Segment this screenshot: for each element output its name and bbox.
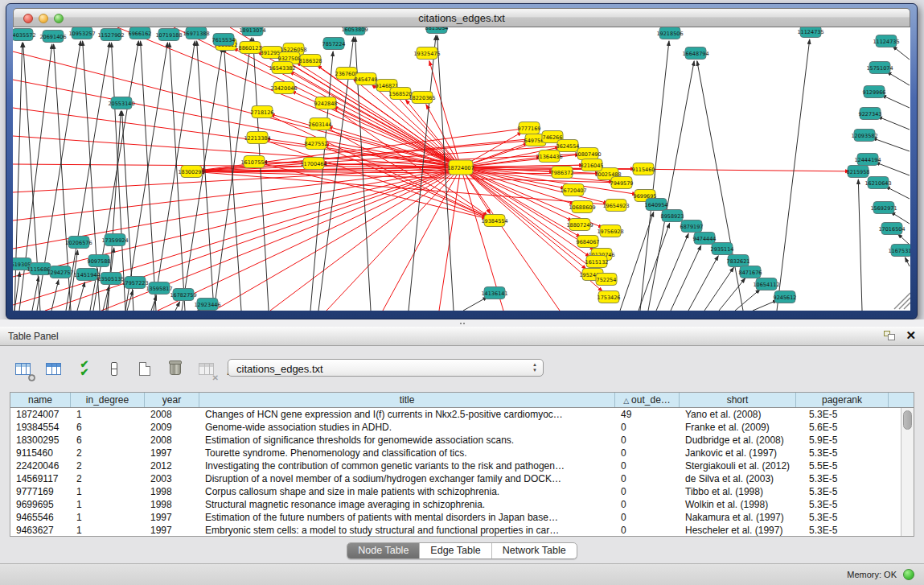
graph-node[interactable]: 12923446 xyxy=(194,299,220,311)
graph-node[interactable]: 9242848 xyxy=(314,97,338,109)
graph-node[interactable]: 10688609 xyxy=(569,201,595,213)
graph-node[interactable]: 9474444 xyxy=(693,233,717,245)
graph-node[interactable]: 9684067 xyxy=(577,236,600,248)
table-row[interactable]: 1830029562008Estimation of significance … xyxy=(10,434,914,447)
table-selector-dropdown[interactable]: citations_edges.txt ▲▼ xyxy=(228,359,544,377)
graph-node[interactable]: 11527902 xyxy=(97,29,124,41)
graph-node[interactable]: 20206576 xyxy=(65,237,92,249)
column-header-out_de[interactable]: △out_de… xyxy=(615,393,680,407)
graph-node[interactable]: 10719188 xyxy=(155,29,182,41)
graph-node[interactable]: 9245612 xyxy=(774,291,797,303)
graph-node[interactable]: 12942757 xyxy=(47,266,73,278)
graph-node[interactable]: 11675318 xyxy=(888,245,910,257)
graph-node[interactable]: 7615534 xyxy=(212,34,236,46)
graph-node[interactable]: 17957223 xyxy=(121,277,148,289)
graph-node[interactable]: 12444194 xyxy=(854,154,881,166)
citation-network-graph[interactable]: 1872400718300295193845547563822886012339… xyxy=(13,27,910,311)
row-stack-icon[interactable] xyxy=(105,359,124,378)
divider-grip-icon[interactable] xyxy=(459,322,466,325)
table-row[interactable]: 946362711997Embryonic stem cells: a mode… xyxy=(10,524,914,537)
table-column-select-icon[interactable] xyxy=(43,359,63,378)
graph-node[interactable]: 15751074 xyxy=(866,62,893,74)
graph-node[interactable]: 9097588 xyxy=(88,255,111,267)
graph-node[interactable]: 9129966 xyxy=(863,86,886,98)
graph-node[interactable]: 17016504 xyxy=(878,223,905,235)
graph-node[interactable]: 24035572 xyxy=(13,29,36,41)
graph-node[interactable]: 8427552 xyxy=(305,138,328,150)
graph-node[interactable]: 1640954 xyxy=(645,199,668,211)
graph-node[interactable]: 8471676 xyxy=(739,266,762,278)
graph-node[interactable]: 17359924 xyxy=(101,234,128,246)
column-header-year[interactable]: year xyxy=(145,393,199,407)
graph-node[interactable]: 11451944 xyxy=(73,269,100,281)
canvas-resize-grip-icon[interactable] xyxy=(894,293,910,309)
graph-node[interactable]: 1753426 xyxy=(598,291,621,303)
column-header-short[interactable]: short xyxy=(680,393,796,407)
tab-network-table[interactable]: Network Table xyxy=(491,543,577,558)
graph-node[interactable]: 8454749 xyxy=(355,73,378,85)
graph-node[interactable]: 19756928 xyxy=(597,225,623,237)
graph-node[interactable]: 20553140 xyxy=(108,97,134,109)
delete-table-icon[interactable] xyxy=(166,359,185,378)
table-row[interactable]: 1938455462009Genome-wide association stu… xyxy=(10,421,914,434)
column-header-in_degree[interactable]: in_degree xyxy=(71,393,145,407)
graph-node[interactable]: 752254 xyxy=(596,274,617,286)
graph-node[interactable]: 8186328 xyxy=(299,55,322,67)
graph-node[interactable]: 23420046 xyxy=(270,82,297,94)
column-header-pagerank[interactable]: pagerank xyxy=(796,393,889,407)
graph-node[interactable]: 13595817 xyxy=(146,282,172,295)
vertical-scrollbar[interactable] xyxy=(901,408,914,536)
panel-divider[interactable] xyxy=(0,319,924,327)
graph-node[interactable]: 9227343 xyxy=(859,108,882,120)
tab-node-table[interactable]: Node Table xyxy=(347,543,419,558)
network-canvas[interactable]: 1872400718300295193845547563822886012339… xyxy=(13,27,910,311)
graph-node[interactable]: 1615132 xyxy=(585,256,609,268)
graph-node[interactable]: 2718126 xyxy=(251,106,274,118)
table-row[interactable]: 946554611997Estimation of the future num… xyxy=(10,511,914,524)
graph-node[interactable]: 6879197 xyxy=(680,220,704,233)
tab-edge-table[interactable]: Edge Table xyxy=(419,543,491,558)
column-header-title[interactable]: title xyxy=(199,393,615,407)
select-rows-icon[interactable]: ✔✔ xyxy=(74,359,93,378)
table-row[interactable]: 1872400712008Changes of HCN gene express… xyxy=(10,408,914,421)
graph-node[interactable]: 10953257 xyxy=(68,27,95,39)
graph-node[interactable]: 9777169 xyxy=(518,122,541,134)
graph-node[interactable]: 8958923 xyxy=(661,210,684,222)
new-table-icon[interactable] xyxy=(135,359,154,378)
graph-node[interactable]: 19654923 xyxy=(602,200,629,212)
float-panel-icon[interactable] xyxy=(884,331,896,341)
graph-node[interactable]: 14136141 xyxy=(481,287,507,299)
graph-node[interactable]: 15692971 xyxy=(870,202,897,214)
graph-node[interactable]: 11700464 xyxy=(300,158,326,170)
graph-node[interactable]: 13505135 xyxy=(97,273,124,285)
graph-node[interactable]: 10654112 xyxy=(753,278,779,290)
graph-node[interactable]: 18220365 xyxy=(409,92,435,104)
graph-node[interactable]: 11124735 xyxy=(873,35,899,47)
graph-node[interactable]: 16782759 xyxy=(170,289,196,301)
graph-node[interactable]: 12093582 xyxy=(851,130,877,142)
graph-node[interactable]: 8860123 xyxy=(239,42,262,54)
graph-node[interactable]: 16648794 xyxy=(682,47,708,60)
graph-node[interactable]: 8216045 xyxy=(581,159,604,171)
table-settings-icon[interactable] xyxy=(13,359,32,378)
graph-node[interactable]: 18724007 xyxy=(447,160,474,175)
column-header-name[interactable]: name xyxy=(10,393,71,407)
graph-node[interactable]: 18300295 xyxy=(178,166,204,178)
graph-node[interactable]: 8215958 xyxy=(847,166,870,178)
graph-node[interactable]: 19325475 xyxy=(413,47,440,60)
graph-node[interactable]: 3624554 xyxy=(556,140,580,152)
graph-node[interactable]: 19384554 xyxy=(481,215,507,227)
table-row[interactable]: 911546021997Tourette syndrome. Phenomeno… xyxy=(10,447,914,459)
graph-node[interactable]: 7832621 xyxy=(727,255,750,267)
graph-node[interactable]: 7986372 xyxy=(551,167,574,179)
graph-node[interactable]: 9115460 xyxy=(632,163,655,175)
graph-node[interactable]: 16971388 xyxy=(183,27,209,39)
graph-node[interactable]: 19218506 xyxy=(656,27,683,39)
table-row[interactable]: 969969511998Structural magnetic resonanc… xyxy=(10,498,914,511)
table-row[interactable]: 1456911722003Disruption of a novel membe… xyxy=(10,472,914,485)
graph-node[interactable]: 10807490 xyxy=(574,148,601,160)
graph-node[interactable]: 2935114 xyxy=(711,243,734,255)
graph-node[interactable]: 7857224 xyxy=(322,38,346,50)
graph-node[interactable]: 7949579 xyxy=(610,177,634,189)
graph-node[interactable]: 18807249 xyxy=(566,219,593,231)
